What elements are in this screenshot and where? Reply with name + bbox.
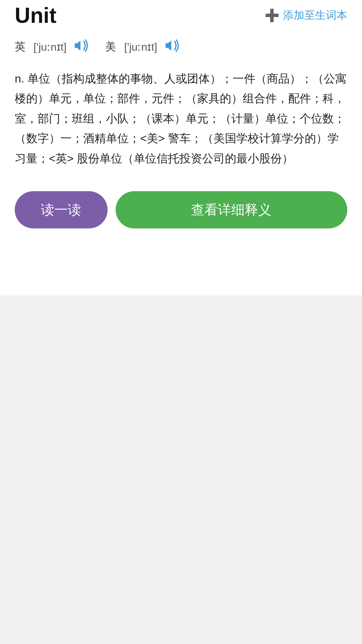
add-icon: ➕ — [264, 8, 280, 22]
phonetic-symbol-us: ['juːnɪt] — [124, 41, 157, 53]
speaker-button-en[interactable] — [74, 39, 92, 55]
speaker-button-us[interactable] — [165, 39, 183, 55]
phonetic-symbol-en: ['juːnɪt] — [34, 41, 66, 53]
detail-button[interactable]: 查看详细释义 — [116, 191, 347, 228]
phonetics-row: 英 ['juːnɪt] 美 ['juːnɪt] — [15, 39, 347, 55]
bottom-buttons: 读一读 查看详细释义 — [15, 184, 347, 228]
content-area: Unit Two John，I have a new schoolbag. Ma… — [0, 87, 362, 296]
bottom-sheet: Unit ➕ 添加至生词本 英 ['juːnɪt] 美 ['juːnɪt] — [0, 0, 362, 296]
dict-word: Unit — [15, 3, 56, 28]
add-vocab-label: 添加至生词本 — [283, 8, 347, 23]
dict-definition: n. 单位（指构成整体的事物、人或团体）；一件（商品）；（公寓楼的）单元，单位；… — [15, 69, 347, 169]
phonetic-lang-us: 美 — [105, 40, 116, 54]
dict-header: Unit ➕ 添加至生词本 — [15, 3, 347, 28]
phonetic-lang-en: 英 — [15, 40, 25, 54]
add-vocab-button[interactable]: ➕ 添加至生词本 — [264, 8, 347, 23]
read-button[interactable]: 读一读 — [15, 191, 108, 228]
